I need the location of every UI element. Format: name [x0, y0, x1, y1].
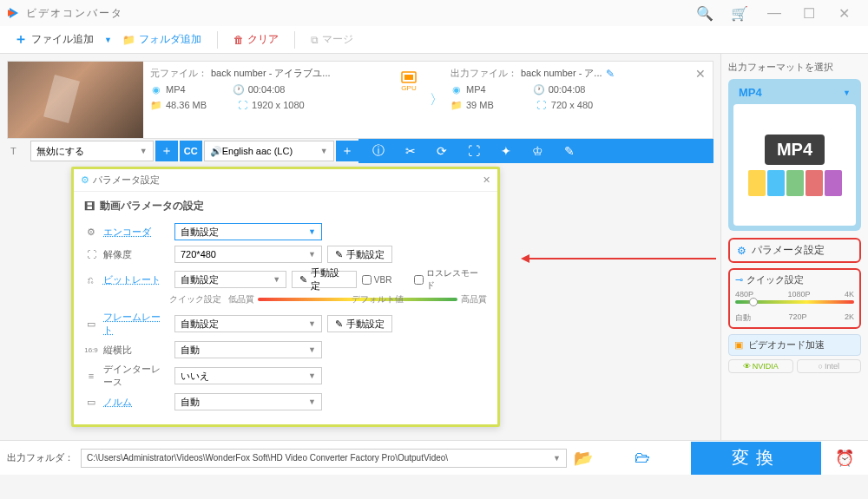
edit-icon[interactable]: ✎: [606, 68, 615, 80]
cart-icon[interactable]: 🛒: [722, 1, 757, 25]
alarm-icon[interactable]: ⏰: [828, 449, 861, 468]
watermark-icon[interactable]: ♔: [532, 144, 543, 158]
arrow-right-icon: 〉: [430, 91, 444, 109]
edit-ribbon: T 無効にする▼ ＋ CC 🔊English aac (LC)▼ ＋ ⓘ ✂ ⟳…: [7, 139, 713, 163]
nvidia-badge: 👁NVIDIA: [728, 359, 793, 373]
add-audio-button[interactable]: ＋: [336, 141, 358, 161]
lossless-checkbox[interactable]: ロスレスモード: [414, 267, 487, 292]
annotation-arrow: [523, 258, 716, 259]
norm-label: ノルム: [103, 396, 169, 409]
video-thumbnail: [8, 62, 143, 138]
encoder-select[interactable]: 自動設定▼: [174, 223, 322, 240]
toolbar: ＋ファイル追加 ▼ 📁フォルダ追加 🗑クリア ⧉マージ: [0, 26, 868, 54]
search-icon[interactable]: 🔍: [687, 1, 722, 25]
vbr-checkbox[interactable]: VBR: [362, 275, 392, 285]
bottom-bar: 出力フォルダ： C:\Users\Administrator\Videos\Wo…: [0, 440, 868, 475]
convert-button[interactable]: 変換: [691, 442, 821, 475]
maximize-button[interactable]: ☐: [792, 1, 826, 25]
gear-icon: ⚙: [84, 227, 98, 238]
app-title: ビデオコンバータ: [26, 6, 123, 21]
folder-icon: 📁: [150, 99, 162, 111]
open-folder-icon[interactable]: 📂: [574, 449, 593, 468]
video-settings-icon: 🎞: [84, 200, 95, 213]
add-folder-button[interactable]: 📁フォルダ追加: [115, 29, 208, 50]
norm-select[interactable]: 自動▼: [174, 393, 322, 410]
close-button[interactable]: ✕: [826, 1, 861, 25]
fps-icon: ▭: [84, 318, 98, 330]
intel-badge: ○Intel: [797, 359, 862, 373]
format-title: 出力フォーマットを選択: [728, 61, 861, 74]
format-preview: MP4: [733, 104, 856, 226]
quick-settings-panel: ⊸クイック設定 480P1080P4K 自動720P2K: [728, 268, 861, 329]
clear-button[interactable]: 🗑クリア: [227, 29, 286, 50]
norm-icon: ▭: [84, 397, 98, 408]
format-selector[interactable]: MP4▼ MP4: [728, 79, 861, 231]
folder-icon: 📁: [450, 99, 463, 111]
dialog-title: パラメータ設定: [93, 174, 160, 187]
bitrate-icon: ⎌: [84, 274, 98, 285]
slider-icon: ⊸: [735, 274, 743, 286]
audio-select[interactable]: 🔊English aac (LC)▼: [204, 141, 334, 161]
deinterlace-icon: ≡: [84, 371, 98, 381]
section-title: 動画パラメータの設定: [100, 199, 204, 213]
clock-icon: 🕐: [233, 83, 245, 95]
resolution-icon: ⛶: [236, 99, 248, 111]
dialog-close-icon[interactable]: ✕: [483, 174, 490, 186]
play-icon: ◉: [150, 83, 162, 95]
aspect-label: 縦横比: [103, 344, 169, 357]
info-icon[interactable]: ⓘ: [372, 143, 385, 159]
chevron-down-icon[interactable]: ▼: [104, 36, 112, 44]
chip-icon: ▣: [734, 339, 743, 351]
clock-icon: 🕐: [533, 83, 545, 95]
browse-folder-icon[interactable]: 🗁: [635, 449, 650, 467]
fps-select[interactable]: 自動設定▼: [174, 315, 322, 332]
gpu-icon: GPU: [395, 67, 423, 95]
bitrate-select[interactable]: 自動設定▼: [174, 271, 286, 288]
rotate-icon[interactable]: ⟳: [437, 144, 447, 158]
play-icon: ◉: [450, 83, 463, 95]
edit-icon[interactable]: ✎: [564, 144, 575, 158]
minimize-button[interactable]: —: [757, 1, 792, 25]
effects-icon[interactable]: ✦: [501, 144, 511, 158]
deinterlace-select[interactable]: いいえ▼: [174, 367, 322, 384]
add-file-button[interactable]: ＋ファイル追加: [7, 27, 101, 52]
chevron-down-icon: ▼: [843, 89, 851, 97]
bitrate-manual-button[interactable]: ✎手動設定: [292, 271, 357, 288]
aspect-icon: 16:9: [84, 346, 98, 354]
text-tool-icon: T: [10, 146, 16, 156]
svg-rect-1: [404, 75, 413, 80]
settings-icon: ⚙: [737, 245, 746, 257]
fps-manual-button[interactable]: ✎手動設定: [327, 315, 392, 332]
bitrate-label: ビットレート: [103, 273, 169, 286]
parameter-dialog: ⚙ パラメータ設定 ✕ 🎞動画パラメータの設定 ⚙エンコーダ 自動設定▼ ⛶解像…: [71, 167, 500, 427]
app-icon: [7, 6, 21, 20]
output-path-select[interactable]: C:\Users\Administrator\Videos\WonderFox …: [81, 449, 567, 468]
settings-icon: ⚙: [81, 174, 89, 186]
cut-icon[interactable]: ✂: [405, 144, 416, 158]
cc-button[interactable]: CC: [180, 141, 202, 161]
fps-label: フレームレート: [103, 311, 169, 337]
merge-button[interactable]: ⧉マージ: [304, 29, 360, 50]
parameter-settings-button[interactable]: ⚙パラメータ設定: [728, 238, 861, 263]
gpu-accel-button[interactable]: ▣ビデオカード加速: [728, 334, 861, 356]
encoder-label: エンコーダ: [103, 226, 169, 239]
resolution-manual-button[interactable]: ✎手動設定: [327, 246, 392, 263]
resolution-select[interactable]: 720*480▼: [174, 246, 322, 263]
deinterlace-label: デインターレース: [103, 363, 169, 389]
add-subtitle-button[interactable]: ＋: [155, 141, 178, 161]
crop-icon[interactable]: ⛶: [468, 144, 480, 158]
resolution-slider[interactable]: [735, 300, 854, 304]
titlebar: ビデオコンバータ 🔍 🛒 — ☐ ✕: [0, 0, 868, 26]
resolution-icon: ⛶: [536, 99, 548, 111]
subtitle-select[interactable]: 無効にする▼: [30, 141, 154, 161]
aspect-select[interactable]: 自動▼: [174, 341, 322, 358]
quick-setting-label: クイック設定: [169, 293, 221, 305]
resolution-icon: ⛶: [84, 249, 98, 259]
output-folder-label: 出力フォルダ：: [7, 451, 74, 464]
resolution-label: 解像度: [103, 248, 169, 261]
file-card: 元ファイル：back number - アイラブユ... ◉MP4🕐00:04:…: [7, 61, 713, 139]
remove-file-icon[interactable]: ✕: [695, 67, 706, 133]
